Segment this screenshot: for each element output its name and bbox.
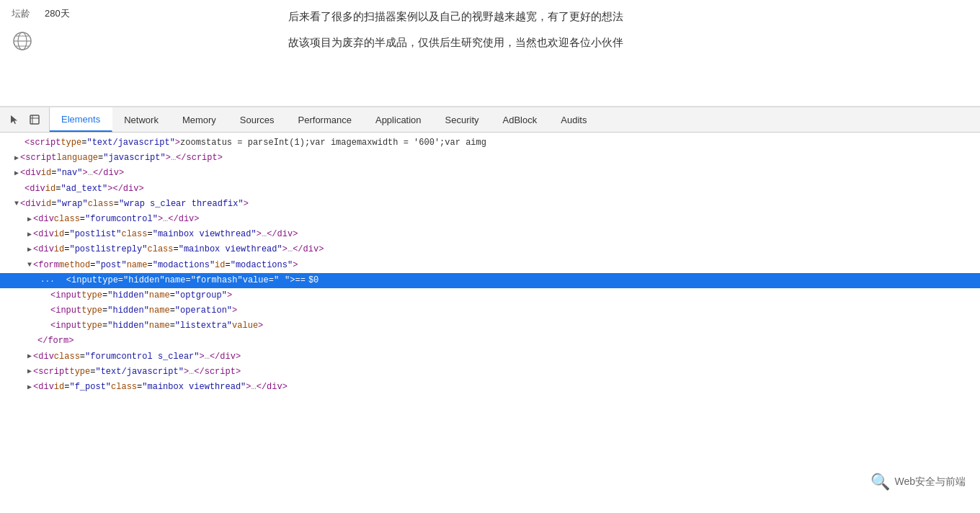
cursor-icon[interactable] (6, 111, 23, 128)
devtools-toolbar: Elements Network Memory Sources Performa… (0, 107, 980, 133)
inspect-icon[interactable] (26, 111, 43, 128)
toolbar-icons (0, 107, 50, 132)
dom-line[interactable]: ▶ <div class="forumcontrol s_clear">…</d… (0, 349, 980, 365)
dom-line[interactable]: ▶ <script language="javascript">…</scrip… (0, 151, 980, 166)
age-value: 280天 (45, 7, 70, 20)
dom-line[interactable]: </form> (0, 334, 980, 349)
devtools-tabs: Elements Network Memory Sources Performa… (50, 107, 980, 132)
dom-line[interactable]: <input type="hidden" name="listextra" va… (0, 318, 980, 334)
text-line-1: 后来看了很多的扫描器案例以及自己的视野越来越宽，有了更好的想法 (288, 7, 966, 26)
dom-line[interactable]: <div id="ad_text"></div> (0, 182, 980, 197)
tree-toggle[interactable]: ▶ (14, 153, 19, 164)
dom-line[interactable]: ▼ <div id="wrap" class="wrap s_clear thr… (0, 197, 980, 212)
tab-security[interactable]: Security (434, 107, 491, 132)
tab-adblock[interactable]: AdBlock (491, 107, 550, 132)
tree-toggle[interactable]: ▶ (27, 214, 32, 226)
dom-line[interactable]: ▶ <script type="text/javascript">…</scri… (0, 365, 980, 380)
tab-audits[interactable]: Audits (549, 107, 599, 132)
dom-line[interactable]: ▶ <div id="nav">…</div> (0, 166, 980, 181)
dom-line[interactable]: ▶ <div id="postlist" class="mainbox view… (0, 227, 980, 242)
dom-line[interactable]: ...<input type="hidden" name="formhash" … (0, 273, 980, 288)
tree-toggle[interactable]: ▶ (27, 382, 32, 393)
dom-line[interactable]: ▶ <div id="f_post" class="mainbox viewth… (0, 380, 980, 395)
dom-line[interactable]: ▶ <div id="postlistreply" class="mainbox… (0, 242, 980, 257)
top-text-content: 后来看了很多的扫描器案例以及自己的视野越来越宽，有了更好的想法 故该项目为废弃的… (274, 7, 966, 51)
tree-toggle[interactable]: ▶ (14, 168, 19, 179)
dom-line[interactable]: <script type="text/javascript">zoomstatu… (0, 135, 980, 151)
dom-line[interactable]: ▼ <form method="post" name="modactions" … (0, 258, 980, 273)
tab-sources[interactable]: Sources (228, 107, 287, 132)
dom-line[interactable]: <input type="hidden" name="optgroup"> (0, 288, 980, 303)
dom-tree: <script type="text/javascript">zoomstatu… (0, 133, 980, 513)
globe-icon (12, 30, 33, 52)
tab-memory[interactable]: Memory (171, 107, 228, 132)
tree-toggle[interactable]: ▶ (27, 229, 32, 241)
svg-rect-5 (30, 115, 39, 124)
tree-toggle[interactable]: ▶ (27, 366, 32, 378)
dom-line[interactable]: ▶ <div class="forumcontrol">…</div> (0, 212, 980, 227)
tree-toggle[interactable]: ▶ (27, 244, 32, 256)
age-label: 坛龄 (12, 7, 30, 20)
tree-toggle[interactable]: ▼ (27, 259, 32, 271)
tab-network[interactable]: Network (112, 107, 171, 132)
tree-toggle[interactable]: ▶ (27, 351, 32, 362)
text-line-2: 故该项目为废弃的半成品，仅供后生研究使用，当然也欢迎各位小伙伴 (288, 33, 966, 52)
tab-performance[interactable]: Performance (287, 107, 364, 132)
forum-info: 坛龄 280天 (0, 0, 259, 61)
tab-elements[interactable]: Elements (50, 107, 112, 132)
tree-toggle[interactable]: ▼ (14, 198, 19, 210)
dom-line[interactable]: <input type="hidden" name="operation"> (0, 303, 980, 318)
tab-application[interactable]: Application (364, 107, 434, 132)
